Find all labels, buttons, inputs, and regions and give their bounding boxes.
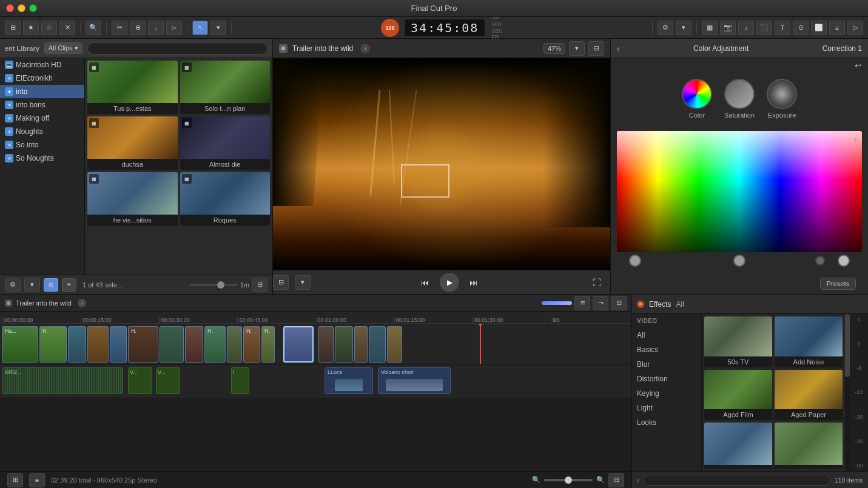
table-row[interactable] (87, 326, 109, 363)
camera-btn[interactable]: 📷 (720, 21, 736, 35)
star-outline-btn[interactable]: ☆ (41, 21, 57, 35)
clip-appearance-btn[interactable]: ⊟ (252, 278, 267, 292)
highlight-handle[interactable] (838, 255, 850, 267)
list-item[interactable]: ▦ he vis...sitios (87, 172, 178, 226)
nav-back-btn[interactable]: ‹ (617, 44, 620, 53)
table-row[interactable]: V... (128, 367, 152, 394)
effects-item-distortion[interactable]: Distortion (632, 372, 701, 386)
zoom-slider[interactable] (544, 479, 593, 481)
append-btn[interactable]: ▻ (166, 21, 182, 35)
transform-btn[interactable]: ⚙ (658, 21, 673, 35)
table-row[interactable] (160, 326, 184, 363)
list-view-btn[interactable]: ≡ (62, 278, 76, 292)
table-row[interactable]: H. (261, 326, 275, 363)
effects-item-basics[interactable]: Basics (632, 343, 701, 357)
color-gradient-canvas[interactable]: + (617, 131, 862, 252)
text-btn[interactable]: T (775, 21, 790, 35)
effects-close-icon[interactable]: ✕ (637, 301, 644, 308)
table-row[interactable]: H. (243, 326, 260, 363)
exposure-wheel[interactable]: Exposure (767, 79, 797, 119)
sidebar-item-into[interactable]: ★ into (0, 85, 84, 98)
effects-search-input[interactable] (643, 475, 830, 486)
table-row[interactable]: V... (156, 367, 180, 394)
sidebar-item-noughts[interactable]: ★ Noughts (0, 125, 84, 138)
go-end-btn[interactable]: ⏭ (465, 274, 482, 291)
grid-settings-btn[interactable]: ⚙ (5, 278, 21, 292)
table-row[interactable] (318, 326, 334, 363)
table-row[interactable]: H. (39, 326, 67, 363)
midtone-handle[interactable] (733, 255, 745, 267)
list-item[interactable]: ▦ duchsa (87, 116, 178, 170)
waveform-btn[interactable]: ≋ (574, 296, 590, 310)
presets-btn[interactable]: Presets (820, 278, 856, 290)
list-item[interactable] (775, 423, 843, 469)
color-board-btn[interactable]: ≡ (829, 21, 845, 35)
timeline-tracks[interactable]: Ha... H. (0, 324, 631, 471)
magnify-btn[interactable]: 🔍 (86, 21, 101, 35)
effects-item-keying[interactable]: Keying (632, 386, 701, 401)
effects-scrollbar[interactable] (845, 314, 850, 471)
settings-btn2[interactable]: ▾ (24, 278, 40, 292)
table-row[interactable] (387, 326, 402, 363)
table-row[interactable]: Volcano choir (378, 367, 451, 394)
zoom-out-preview-btn[interactable]: ⊟ (273, 275, 289, 290)
skimmer-btn[interactable]: ⊸ (593, 296, 608, 310)
table-row[interactable] (283, 326, 314, 363)
preview-area[interactable] (273, 58, 610, 270)
share-btn[interactable]: ⊙ (793, 21, 809, 35)
list-item[interactable]: ▦ Tus p...estas (87, 61, 178, 114)
insert-btn[interactable]: ↓ (148, 21, 164, 35)
fullscreen-btn[interactable]: ⛶ (588, 274, 605, 291)
background-btn[interactable]: ⬜ (811, 21, 827, 35)
list-item[interactable]: Add Noise (775, 316, 843, 367)
sidebar-item-macintosh[interactable]: 💻 Macintosh HD (0, 58, 84, 72)
import-btn[interactable]: ⊞ (5, 21, 21, 35)
sidebar-item-into-bons[interactable]: ★ into bons (0, 98, 84, 112)
effects-all-btn[interactable]: All (676, 300, 684, 309)
color-wheel[interactable]: Color (682, 79, 712, 119)
saturation-wheel[interactable]: Saturation (724, 79, 755, 119)
zoom-fit-btn[interactable]: ⊟ (608, 473, 624, 487)
extra-handle[interactable] (815, 256, 825, 266)
audio-btn[interactable]: ♪ (738, 21, 754, 35)
effects-toggle-btn[interactable]: ▾ (676, 21, 691, 35)
generator-btn[interactable]: ⬛ (756, 21, 772, 35)
minimize-button[interactable] (18, 4, 25, 12)
star-btn[interactable]: ★ (23, 21, 39, 35)
preview-info-btn[interactable]: ♪ (360, 44, 370, 53)
clips-button[interactable]: All Clips ▾ (44, 42, 82, 54)
status-btn2[interactable]: ≡ (29, 473, 45, 487)
sidebar-item-electronikh[interactable]: ★ ElEctronikh (0, 72, 84, 85)
table-row[interactable]: LLocs (325, 367, 373, 394)
table-row[interactable] (110, 326, 127, 363)
table-row[interactable]: H. (128, 326, 158, 363)
table-row[interactable] (68, 326, 86, 363)
library-search[interactable] (87, 42, 267, 55)
list-item[interactable]: Aged Film (704, 370, 772, 421)
select-btn[interactable]: ↖ (192, 21, 208, 35)
table-row[interactable]: Ha... (2, 326, 38, 363)
list-item[interactable]: ▦ Solo t...n plan (180, 61, 271, 114)
close-button[interactable] (6, 4, 14, 12)
undo-btn[interactable]: ↩ (855, 61, 862, 70)
sidebar-item-so-noughts[interactable]: ★ So Noughts (0, 152, 84, 165)
preview-settings-btn[interactable]: ⊟ (588, 41, 604, 56)
table-row[interactable] (335, 326, 353, 363)
table-row[interactable] (354, 326, 368, 363)
go-start-btn[interactable]: ⏮ (417, 274, 434, 291)
table-row[interactable] (185, 326, 203, 363)
table-row[interactable] (227, 326, 242, 363)
blade-btn[interactable]: ✂ (112, 21, 127, 35)
view-options-btn[interactable]: ▾ (569, 41, 585, 56)
timeline-view-btn[interactable]: ▦ (702, 21, 718, 35)
sidebar-item-so-into[interactable]: ★ So into (0, 138, 84, 152)
connect-btn[interactable]: ⊕ (130, 21, 146, 35)
timeline-options-btn[interactable]: ⊟ (611, 296, 627, 310)
effects-item-all[interactable]: All (632, 328, 701, 343)
table-row[interactable]: H. (204, 326, 226, 363)
table-row[interactable] (369, 326, 386, 363)
list-item[interactable]: ▦ Roques (180, 172, 271, 226)
effects-item-blur[interactable]: Blur (632, 357, 701, 372)
view-mode-btn[interactable]: ▾ (295, 275, 311, 290)
trim-btn[interactable]: ▾ (210, 21, 226, 35)
